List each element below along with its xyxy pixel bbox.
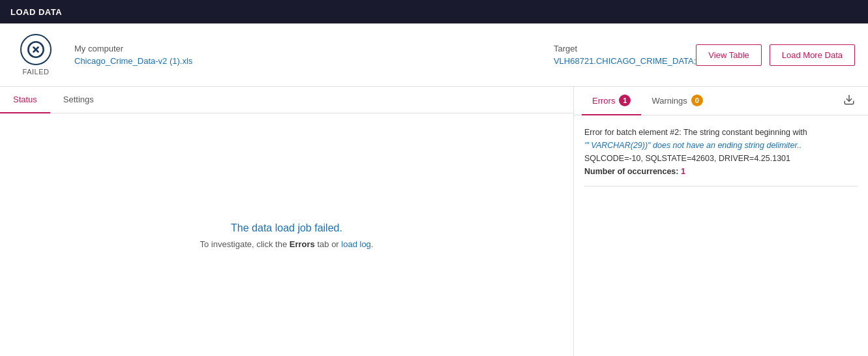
failed-sub-end: .: [371, 239, 374, 249]
error-message: Error for batch element #2: The string c…: [584, 128, 807, 137]
load-more-data-button[interactable]: Load More Data: [770, 44, 855, 66]
failed-status-wrapper: FAILED: [13, 34, 59, 76]
tab-errors[interactable]: Errors 1: [582, 87, 641, 115]
failed-sub-text: To investigate, click the Errors tab or …: [200, 239, 374, 249]
right-panel-body: Error for batch element #2: The string c…: [574, 115, 868, 356]
action-buttons: View Table Load More Data: [696, 44, 855, 66]
target-section: Target VLH68721.CHICAGO_CRIME_DATA;: [554, 44, 696, 66]
failed-sub-bold: Errors: [290, 239, 315, 249]
page-title: LOAD DATA: [10, 7, 62, 17]
tab-status[interactable]: Status: [0, 87, 50, 113]
right-tabs-header: Errors 1 Warnings 0: [574, 87, 868, 115]
error-details: SQLCODE=-10, SQLSTATE=42603, DRIVER=4.25…: [584, 154, 790, 163]
file-source-section: My computer Chicago_Crime_Data-v2 (1).xl…: [74, 44, 528, 66]
tab-warnings[interactable]: Warnings 0: [641, 87, 713, 115]
target-name: VLH68721.CHICAGO_CRIME_DATA;: [554, 56, 696, 66]
errors-tab-label: Errors: [592, 96, 615, 106]
failed-message: The data load job failed.: [231, 222, 342, 234]
left-tabs-header: Status Settings: [0, 87, 573, 113]
failed-label: FAILED: [23, 68, 50, 76]
occurrences-label: Number of occurrences:: [584, 167, 678, 176]
target-label: Target: [554, 44, 696, 53]
download-icon-button[interactable]: [838, 90, 860, 111]
warnings-badge: 0: [691, 95, 703, 106]
left-panel: Status Settings The data load job failed…: [0, 87, 574, 356]
error-highlight: '" VARCHAR(29))" does not have an ending…: [584, 141, 801, 150]
errors-badge: 1: [619, 95, 631, 106]
source-filename: Chicago_Crime_Data-v2 (1).xls: [74, 56, 528, 66]
file-info-bar: FAILED My computer Chicago_Crime_Data-v2…: [0, 23, 868, 87]
right-panel: Errors 1 Warnings 0 Error for b: [574, 87, 868, 356]
top-bar: LOAD DATA: [0, 0, 868, 23]
failed-sub-1: To investigate, click the: [200, 239, 290, 249]
left-panel-body: The data load job failed. To investigate…: [0, 113, 573, 356]
error-entry: Error for batch element #2: The string c…: [584, 126, 858, 186]
warnings-tab-label: Warnings: [651, 96, 687, 106]
load-log-link[interactable]: load log: [341, 239, 371, 249]
source-label: My computer: [74, 44, 528, 53]
view-table-button[interactable]: View Table: [696, 44, 761, 66]
occurrences-value: 1: [681, 167, 685, 176]
tab-settings[interactable]: Settings: [50, 87, 107, 113]
failed-icon: [20, 34, 52, 65]
failed-sub-2: tab or: [315, 239, 341, 249]
